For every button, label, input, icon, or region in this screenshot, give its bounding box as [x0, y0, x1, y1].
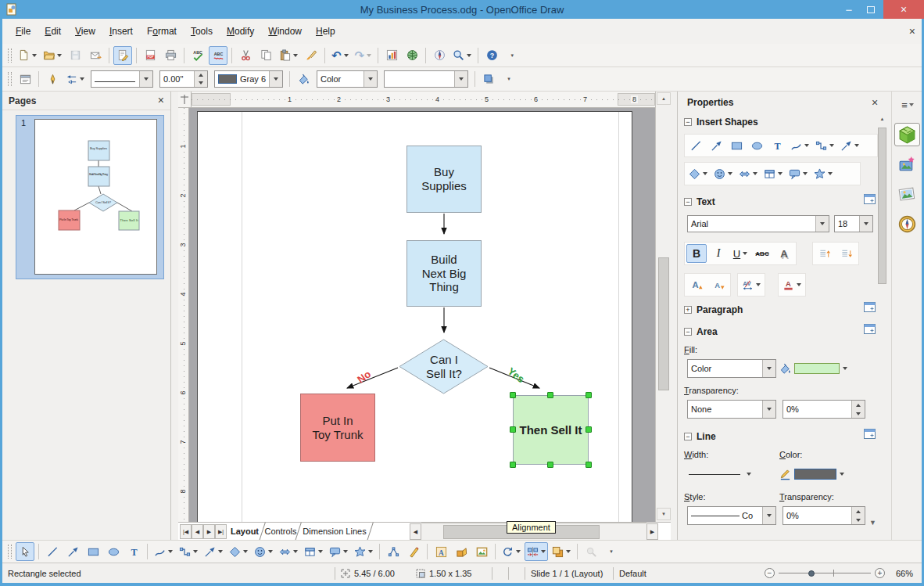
symbol-shapes-button[interactable] — [252, 542, 275, 561]
line-style-select[interactable] — [91, 70, 153, 88]
chevron-down-icon[interactable] — [467, 54, 471, 57]
chevron-down-icon[interactable] — [318, 550, 323, 553]
navigator-button[interactable] — [430, 46, 449, 65]
panel-scroll-up-icon[interactable]: ▲ — [876, 113, 888, 124]
strikethrough-button[interactable]: ABC — [752, 244, 772, 263]
expand-icon[interactable]: + — [684, 306, 692, 314]
chevron-down-icon[interactable] — [57, 54, 62, 57]
chevron-down-icon[interactable] — [756, 283, 761, 286]
open-button[interactable] — [41, 46, 64, 65]
chevron-down-icon[interactable] — [516, 550, 521, 553]
zoom-slider-thumb[interactable] — [808, 570, 815, 577]
text-button[interactable]: T — [124, 542, 143, 561]
arrange-button[interactable] — [550, 542, 573, 561]
area-fill-type-select[interactable]: Color — [687, 359, 776, 378]
chevron-down-icon[interactable] — [762, 360, 775, 377]
tab-layout[interactable]: Layout — [227, 523, 263, 540]
flow-box-yes[interactable]: Then Sell It — [513, 395, 589, 465]
flow-box-build[interactable]: Build Next Big Thing — [406, 240, 482, 307]
close-properties-icon[interactable]: × — [872, 97, 878, 109]
chevron-down-icon[interactable] — [367, 54, 371, 57]
chevron-down-icon[interactable] — [829, 144, 834, 147]
selection-handle[interactable] — [510, 426, 516, 433]
callouts-button[interactable] — [786, 164, 810, 183]
scroll-left-icon[interactable]: ◀ — [410, 523, 421, 540]
selection-handle[interactable] — [510, 392, 516, 398]
zoom-slider[interactable]: − + — [759, 563, 890, 583]
line-arrow-button[interactable] — [838, 136, 861, 155]
copy-button[interactable] — [256, 46, 275, 65]
toolbar-grip[interactable] — [8, 545, 12, 559]
selection-handle[interactable] — [547, 392, 553, 398]
shrink-font-button[interactable]: A — [708, 275, 729, 294]
chevron-down-icon[interactable] — [703, 172, 707, 175]
format-paintbrush-button[interactable] — [302, 46, 321, 65]
menu-window[interactable]: Window — [261, 22, 309, 41]
curve-button[interactable] — [152, 542, 175, 561]
chevron-down-icon[interactable] — [753, 172, 757, 175]
flowchart-shapes-button[interactable] — [302, 542, 325, 561]
images-tab[interactable] — [894, 182, 920, 206]
chevron-down-icon[interactable] — [762, 401, 775, 418]
export-pdf-button[interactable]: PDF — [141, 46, 159, 65]
line-width-picker[interactable] — [684, 464, 767, 484]
italic-button[interactable]: I — [708, 244, 729, 263]
scroll-right-icon[interactable]: ▶ — [646, 523, 658, 540]
chevron-down-icon[interactable] — [364, 71, 377, 87]
char-spacing-button[interactable]: AV — [740, 275, 763, 294]
arrow-style-button[interactable] — [63, 70, 87, 88]
fill-color-select[interactable] — [384, 70, 468, 88]
cut-button[interactable] — [236, 46, 255, 65]
close-button[interactable]: × — [883, 0, 924, 19]
hyperlink-button[interactable] — [403, 46, 421, 65]
menu-modify[interactable]: Modify — [220, 22, 261, 41]
next-page-button[interactable]: ▶ — [203, 524, 215, 539]
chevron-down-icon[interactable] — [541, 550, 546, 553]
chevron-down-icon[interactable] — [828, 172, 833, 175]
close-document-icon[interactable]: × — [909, 26, 915, 38]
stars-button[interactable] — [811, 164, 835, 183]
new-button[interactable] — [16, 46, 39, 65]
line-width-spinner[interactable]: 0.00" — [159, 70, 208, 88]
panel-scroll-thumb[interactable] — [878, 128, 886, 284]
block-arrows-button[interactable] — [736, 164, 760, 183]
extrusion-button[interactable] — [452, 542, 471, 561]
chevron-down-icon[interactable] — [293, 54, 298, 57]
flow-box-buy[interactable]: Buy Supplies — [406, 146, 482, 213]
font-shadow-button[interactable]: A — [774, 244, 794, 263]
selection-handle[interactable] — [510, 462, 516, 468]
toolbar-options-button[interactable]: ▾ — [602, 542, 621, 561]
transparency-spinner[interactable]: 0% — [783, 400, 865, 419]
toolbar-grip[interactable] — [8, 49, 12, 63]
arrow-button[interactable] — [707, 136, 725, 155]
selection-handle[interactable] — [586, 392, 592, 398]
selection-handle[interactable] — [586, 426, 592, 433]
line-style-select[interactable]: Co — [687, 506, 776, 525]
selection-handle[interactable] — [586, 462, 592, 468]
basic-shapes-button[interactable] — [227, 542, 250, 561]
chevron-down-icon[interactable] — [80, 77, 84, 81]
chart-button[interactable] — [382, 46, 401, 65]
callouts-button[interactable] — [327, 542, 350, 561]
panel-scroll-down-icon[interactable]: ▼ — [869, 519, 876, 527]
connector-button[interactable] — [813, 136, 836, 155]
maximize-button[interactable] — [860, 0, 882, 19]
menu-tools[interactable]: Tools — [184, 22, 220, 41]
autospellcheck-button[interactable]: ABC — [209, 46, 227, 65]
chevron-down-icon[interactable] — [193, 550, 198, 553]
menu-view[interactable]: View — [68, 22, 102, 41]
first-page-button[interactable]: |◀ — [180, 524, 192, 539]
help-button[interactable]: ? — [482, 46, 501, 65]
menu-insert[interactable]: Insert — [102, 22, 140, 41]
paragraph-dialog-launcher-icon[interactable] — [864, 301, 876, 315]
properties-tab[interactable] — [894, 123, 920, 146]
fill-type-select[interactable]: Color — [317, 70, 378, 88]
flow-box-no[interactable]: Put In Toy Trunk — [300, 394, 375, 462]
scroll-down-icon[interactable]: ▼ — [657, 508, 671, 520]
line-color-picker[interactable] — [779, 464, 865, 484]
fill-can-icon[interactable] — [294, 70, 313, 88]
collapse-icon[interactable]: − — [684, 118, 692, 126]
chevron-down-icon[interactable] — [243, 550, 248, 553]
chevron-down-icon[interactable] — [293, 550, 298, 553]
chevron-down-icon[interactable] — [368, 550, 373, 553]
